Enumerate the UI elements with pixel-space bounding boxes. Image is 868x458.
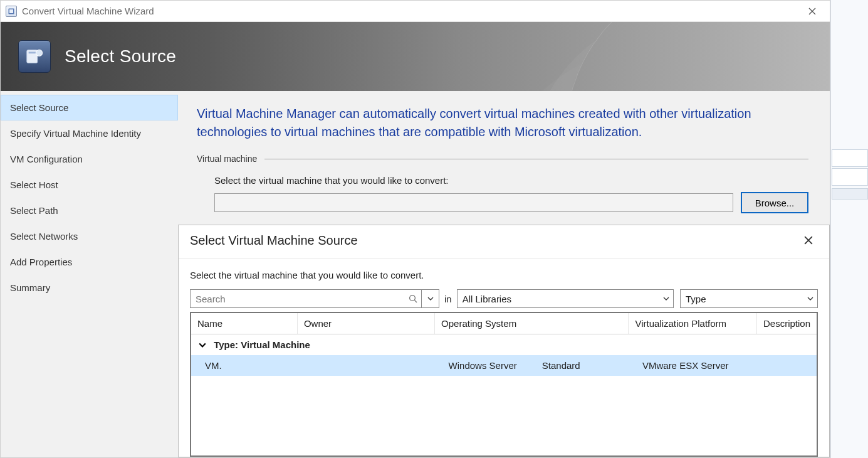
intro-section: Virtual Machine Manager can automaticall…	[178, 91, 830, 147]
cell-vp: VMware ESX Server	[629, 355, 757, 376]
chevron-down-icon	[663, 294, 669, 304]
step-summary[interactable]: Summary	[1, 275, 178, 301]
search-box[interactable]	[190, 289, 422, 308]
col-vp[interactable]: Virtualization Platform	[629, 313, 757, 334]
search-filter-row: in All Libraries Type	[190, 289, 818, 308]
background-element	[832, 149, 868, 167]
banner-title: Select Source	[65, 46, 176, 67]
subdialog-instruction: Select the virtual machine that you woul…	[190, 270, 818, 280]
step-select-path[interactable]: Select Path	[1, 198, 178, 223]
intro-text: Virtual Machine Manager can automaticall…	[197, 105, 808, 141]
search-options-dropdown[interactable]	[422, 289, 439, 308]
cell-os: Windows Server Standard	[435, 355, 629, 376]
title-bar: Convert Virtual Machine Wizard	[1, 1, 830, 22]
subdialog-close-button[interactable]	[798, 232, 819, 249]
cell-name: VM.	[191, 355, 297, 376]
cell-owner	[297, 355, 434, 376]
wizard-banner: Select Source	[1, 22, 830, 91]
cell-desc	[756, 355, 817, 376]
background-strip	[830, 0, 868, 458]
vm-table: Name Owner Operating System Virtualizati…	[190, 312, 818, 457]
window-title: Convert Virtual Machine Wizard	[22, 6, 154, 16]
group-rule	[264, 159, 808, 159]
svg-point-6	[410, 296, 416, 301]
wizard-content: Virtual Machine Manager can automaticall…	[178, 91, 830, 457]
svg-point-5	[36, 50, 42, 56]
search-icon	[405, 294, 421, 304]
background-element	[832, 188, 868, 200]
type-combo[interactable]: Type	[680, 289, 818, 308]
virtual-machine-group: Virtual machine Select the virtual machi…	[178, 147, 830, 225]
group-row-label: Type: Virtual Machine	[214, 339, 310, 350]
select-vm-instruction: Select the virtual machine that you woul…	[214, 175, 808, 186]
type-value: Type	[686, 294, 802, 304]
table-row[interactable]: VM. Windows Server Standard	[191, 355, 817, 376]
libraries-value: All Libraries	[463, 294, 658, 304]
step-select-host[interactable]: Select Host	[1, 172, 178, 198]
table-group-row[interactable]: Type: Virtual Machine	[191, 334, 817, 356]
chevron-down-icon	[807, 294, 813, 304]
group-label: Virtual machine	[197, 154, 257, 164]
svg-line-7	[415, 301, 417, 303]
chevron-down-icon	[199, 340, 206, 351]
search-input[interactable]	[191, 294, 405, 304]
step-specify-identity[interactable]: Specify Virtual Machine Identity	[1, 120, 178, 146]
wizard-steps-sidebar: Select Source Specify Virtual Machine Id…	[1, 91, 178, 457]
step-vm-configuration[interactable]: VM Configuration	[1, 146, 178, 172]
col-os[interactable]: Operating System	[435, 313, 629, 334]
svg-rect-3	[29, 52, 36, 54]
col-desc[interactable]: Description	[756, 313, 817, 334]
table-header-row: Name Owner Operating System Virtualizati…	[191, 313, 817, 334]
libraries-combo[interactable]: All Libraries	[457, 289, 674, 308]
step-select-networks[interactable]: Select Networks	[1, 223, 178, 249]
browse-button[interactable]: Browse...	[741, 192, 808, 213]
background-element	[832, 168, 868, 186]
select-vm-source-dialog: Select Virtual Machine Source Select the…	[178, 225, 830, 457]
wizard-icon	[18, 40, 51, 73]
step-select-source[interactable]: Select Source	[1, 95, 178, 120]
cell-os-name: Windows Server	[449, 360, 517, 371]
in-label: in	[439, 289, 457, 308]
col-owner[interactable]: Owner	[297, 313, 434, 334]
window-close-button[interactable]	[798, 1, 826, 21]
svg-rect-1	[9, 9, 13, 13]
subdialog-title: Select Virtual Machine Source	[190, 233, 358, 248]
cell-os-subtype: Standard	[542, 360, 580, 371]
app-icon	[6, 6, 17, 17]
vm-path-input[interactable]	[214, 193, 733, 212]
step-add-properties[interactable]: Add Properties	[1, 249, 178, 275]
col-name[interactable]: Name	[191, 313, 297, 334]
